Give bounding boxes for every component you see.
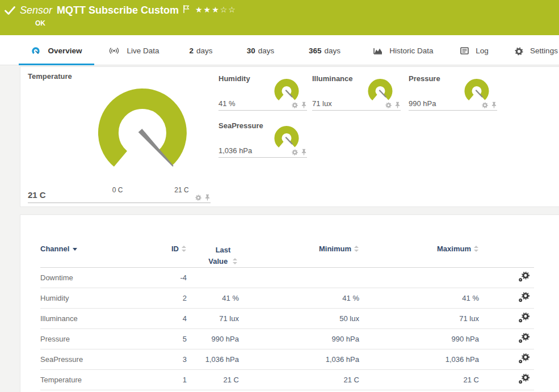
status-badge: OK [35,19,45,27]
tab-settings[interactable]: Settings [511,44,559,65]
channel-name[interactable]: Illuminance [40,309,148,329]
column-header-last-value[interactable]: Last Value [187,239,239,268]
channel-name[interactable]: Pressure [40,329,148,349]
gear-icon [515,47,523,56]
tab-label: Overview [48,47,82,55]
gauge-settings-gear-icon[interactable] [195,195,201,201]
tab-30-days[interactable]: 30days [236,44,285,65]
gauge-pin-icon[interactable] [394,102,401,108]
gauge-scale-min: 0 C [105,186,130,194]
tab-overview[interactable]: Overview [19,44,94,65]
channel-settings-icon[interactable] [518,353,529,364]
mini-gauge-title: Pressure [409,74,440,83]
priority-flag-icon[interactable] [183,5,190,13]
channel-id: 1 [148,370,187,390]
tab-historic-data[interactable]: Historic Data [364,44,443,65]
area-chart-icon [373,47,383,54]
tab-log[interactable]: Log [454,44,495,65]
table-row: Temperature 1 21 C 21 C 21 C [40,370,534,390]
live-signal-icon [108,47,120,54]
object-kind-label: Sensor [20,5,52,16]
mini-gauge-pressure: Pressure 990 hPa [409,71,497,111]
priority-stars[interactable]: ★★★☆☆ [195,5,237,14]
tab-prefix: 365 [309,47,322,55]
channel-name[interactable]: Humidity [40,288,148,309]
channel-id: 5 [148,329,187,349]
table-row: Pressure 5 990 hPa 990 hPa 990 hPa [40,329,534,349]
channel-maximum: 990 hPa [359,329,479,349]
tab-label: days [325,47,341,55]
channel-minimum: 50 lux [239,309,359,329]
gauge-scale-max: 21 C [169,186,194,194]
channel-settings-icon[interactable] [518,272,529,282]
table-row: SeaPressure 3 1,036 hPa 1,036 hPa 1,036 … [40,349,534,370]
channel-last-value: 990 hPa [187,329,239,349]
mini-gauge-humidity: Humidity 41 % [218,71,307,111]
sort-both-icon [233,258,238,264]
ok-check-icon [5,6,15,15]
channel-minimum: 21 C [239,370,359,390]
channel-maximum: 71 lux [359,309,479,329]
channel-last-value: 1,036 hPa [187,349,239,370]
gauge-pin-icon[interactable] [204,194,211,201]
column-label: Minimum [319,245,351,253]
column-label: Maximum [437,245,471,253]
tab-prefix: 30 [247,47,255,55]
channel-id: -4 [148,268,187,288]
channel-id: 4 [148,309,187,329]
gauge-pin-icon[interactable] [301,102,307,108]
channel-last-value: 21 C [187,370,239,390]
gauge-icon [31,47,41,56]
channel-id: 3 [148,349,187,370]
mini-gauge-title: Humidity [218,74,250,83]
tab-label: days [196,47,213,55]
channel-table: Channel ID Last Value Minimum Maximum Do… [40,239,534,390]
channel-name[interactable]: Downtime [40,268,148,288]
channel-maximum: 1,036 hPa [359,349,479,370]
tab-365-days[interactable]: 365days [299,44,351,65]
gauge-settings-gear-icon[interactable] [292,102,298,108]
column-label: Channel [40,245,69,253]
channel-settings-icon[interactable] [518,313,529,323]
tab-2-days[interactable]: 2days [179,44,222,65]
sensor-status-header: Sensor MQTT Subscribe Custom ★★★☆☆ OK [0,0,559,35]
gauge-settings-gear-icon[interactable] [292,149,298,155]
sort-both-icon [354,246,359,252]
gauge-settings-gear-icon[interactable] [482,102,488,108]
channel-name[interactable]: SeaPressure [40,349,148,370]
tab-label: days [258,47,275,55]
mini-gauge-illuminance: Illuminance 71 lux [312,71,401,111]
channel-settings-icon[interactable] [518,374,529,384]
sensor-title: MQTT Subscribe Custom [57,5,179,16]
table-header-row: Channel ID Last Value Minimum Maximum [40,239,534,268]
column-header-id[interactable]: ID [148,239,187,268]
channel-id: 2 [148,288,187,309]
tab-label: Live Data [127,47,159,55]
mini-gauge-seapressure: SeaPressure 1,036 hPa [218,119,307,158]
channel-settings-icon[interactable] [518,292,529,302]
column-label: ID [171,245,179,253]
gauge-settings-gear-icon[interactable] [385,102,392,108]
channel-settings-icon[interactable] [518,333,529,343]
channels-panel: Channel ID Last Value Minimum Maximum Do… [20,214,559,392]
tab-label: Log [476,47,489,55]
channel-minimum: 990 hPa [239,329,359,349]
mini-gauge-value: 1,036 hPa [218,146,252,155]
page-content: Temperature 0 C 21 C 21 C Humidity 41 % … [0,65,559,392]
channel-maximum: 21 C [359,370,479,390]
channel-last-value: 71 lux [187,309,239,329]
column-header-channel[interactable]: Channel [40,239,148,268]
gauge-pin-icon[interactable] [491,102,497,108]
gauge-pin-icon[interactable] [301,149,307,155]
tab-live-data[interactable]: Live Data [102,44,166,65]
column-header-minimum[interactable]: Minimum [239,239,359,268]
channel-minimum: 1,036 hPa [239,349,359,370]
column-header-maximum[interactable]: Maximum [359,239,479,268]
column-label: Last Value [208,246,230,265]
primary-gauge-title: Temperature [28,72,72,81]
channel-name[interactable]: Temperature [40,370,148,390]
table-row: Downtime -4 [40,268,534,288]
primary-gauge-value: 21 C [28,190,46,200]
channel-last-value [187,268,239,288]
mini-gauge-value: 990 hPa [409,99,436,108]
